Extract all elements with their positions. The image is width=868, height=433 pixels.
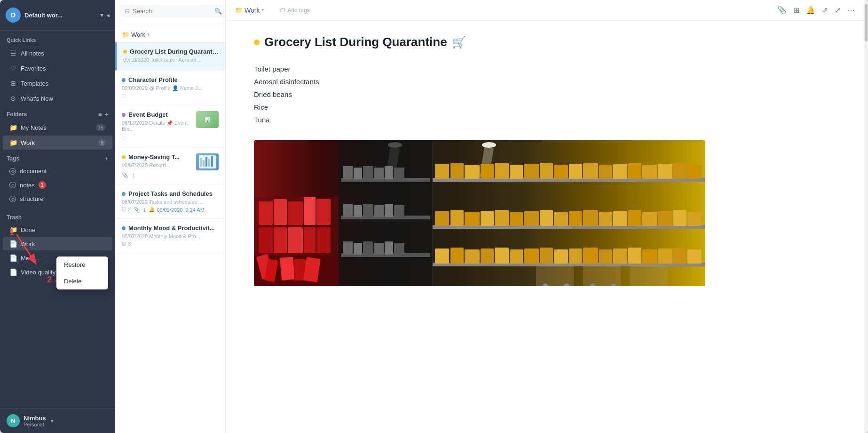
trash-done-icon: 📁 bbox=[9, 226, 17, 233]
svg-rect-88 bbox=[628, 210, 641, 226]
user-footer[interactable]: N Nimbus Personal ▾ bbox=[0, 408, 115, 433]
svg-rect-96 bbox=[481, 249, 494, 264]
svg-rect-7 bbox=[205, 157, 207, 167]
workspace-dropdown-icon[interactable]: ▾ bbox=[100, 11, 103, 19]
main-folder-icon: 📁 bbox=[235, 7, 243, 14]
svg-rect-81 bbox=[524, 211, 539, 226]
note-item-money-saving[interactable]: Money-Saving T... 08/07/2020 Record... bbox=[115, 148, 225, 184]
note-title-text: Grocery List During Quarantine bbox=[264, 35, 447, 49]
svg-rect-61 bbox=[495, 163, 509, 179]
search-icon[interactable]: 🔍 bbox=[214, 8, 222, 15]
svg-rect-17 bbox=[274, 199, 287, 225]
svg-rect-80 bbox=[510, 212, 523, 226]
note-reminder-project: 🔔 09/02/2020, 9:24 AM bbox=[149, 207, 205, 213]
svg-rect-112 bbox=[583, 265, 621, 286]
search-input[interactable] bbox=[133, 8, 212, 15]
attachment-action-icon[interactable]: 📎 bbox=[777, 6, 787, 15]
svg-rect-50 bbox=[363, 241, 373, 255]
sidebar-item-templates[interactable]: ⊞ Templates bbox=[3, 76, 112, 90]
svg-rect-109 bbox=[673, 248, 687, 264]
svg-rect-84 bbox=[569, 211, 582, 226]
tag-structure-icon: ◇ bbox=[9, 196, 16, 202]
main-folder-name[interactable]: Work bbox=[245, 7, 260, 14]
sidebar-item-all-notes[interactable]: ☰ All notes bbox=[3, 46, 112, 60]
sidebar-header-actions: ▾ ◂ bbox=[100, 11, 110, 19]
svg-rect-25 bbox=[316, 227, 331, 253]
sidebar-item-work[interactable]: 📁 Work 6 bbox=[3, 136, 112, 150]
svg-rect-18 bbox=[288, 201, 303, 225]
tag-item-structure[interactable]: ◇ structure bbox=[3, 192, 112, 205]
svg-rect-66 bbox=[569, 164, 582, 179]
svg-rect-76 bbox=[450, 210, 464, 226]
svg-rect-107 bbox=[642, 249, 657, 264]
note-title-emoji: 🛒 bbox=[452, 36, 466, 49]
grid-action-icon[interactable]: ⊞ bbox=[793, 6, 799, 15]
tag-item-notes[interactable]: ◇ notes 1 bbox=[3, 178, 112, 192]
note-thumb-event: 📊 bbox=[196, 111, 219, 128]
svg-rect-40 bbox=[385, 166, 393, 179]
trash-video-label: Video quality bbox=[21, 269, 55, 276]
svg-rect-102 bbox=[569, 249, 582, 264]
trash-done-label: Done bbox=[21, 226, 35, 233]
user-dropdown-icon[interactable]: ▾ bbox=[51, 418, 54, 424]
my-notes-count: 16 bbox=[95, 124, 106, 131]
fullscreen-action-icon[interactable]: ⤢ bbox=[835, 6, 841, 15]
note-item-grocery-list[interactable]: Grocery List During Quaranti... 09/10/20… bbox=[115, 42, 225, 71]
sidebar-item-whats-new[interactable]: ⊙ What's New bbox=[3, 91, 112, 105]
svg-rect-104 bbox=[599, 249, 612, 264]
attachment-icon-money: 📎 bbox=[122, 172, 128, 178]
main-toolbar-actions: 📎 ⊞ 🔔 ⇗ ⤢ ⋯ bbox=[777, 6, 855, 15]
tags-add-icon[interactable]: + bbox=[105, 155, 109, 162]
share-action-icon[interactable]: ⇗ bbox=[822, 6, 828, 15]
svg-rect-106 bbox=[628, 248, 641, 264]
note-thumb-money bbox=[196, 153, 219, 170]
note-item-project-tasks[interactable]: Project Tasks and Schedules 08/07/2020 T… bbox=[115, 184, 225, 219]
trash-item-work[interactable]: 📄 Work bbox=[3, 237, 112, 250]
main-content: 📁 Work ▾ 🏷 Add tags 📎 ⊞ 🔔 ⇗ ⤢ ⋯ Grocery bbox=[226, 0, 864, 433]
quick-links-label: Quick Links bbox=[0, 31, 115, 46]
filter-icon[interactable]: ⊟ bbox=[125, 8, 130, 15]
trash-work-icon: 📄 bbox=[9, 240, 17, 248]
work-folder-label: Work bbox=[21, 139, 95, 146]
main-folder-chevron[interactable]: ▾ bbox=[261, 7, 264, 13]
more-action-icon[interactable]: ⋯ bbox=[847, 6, 855, 15]
note-list-panel: ⊟ 🔍 + 📁 Work ▾ Grocery List During Quara… bbox=[115, 0, 226, 433]
context-menu-restore[interactable]: Restore bbox=[56, 257, 108, 273]
add-tags-button[interactable]: Add tags bbox=[287, 7, 309, 14]
tag-item-document[interactable]: ◇ document bbox=[3, 165, 112, 177]
folders-sort-icon[interactable]: ≡ bbox=[98, 111, 102, 118]
main-folder-path: 📁 Work ▾ 🏷 Add tags bbox=[235, 7, 773, 14]
svg-rect-43 bbox=[354, 205, 362, 217]
note-item-event-budget[interactable]: Event Budget 08/13/2020 Details 📌 Event … bbox=[115, 105, 225, 148]
svg-rect-103 bbox=[583, 248, 598, 264]
svg-rect-6 bbox=[203, 160, 205, 167]
svg-rect-22 bbox=[274, 227, 287, 253]
workspace-name[interactable]: Default wor... bbox=[24, 12, 96, 19]
context-menu-delete[interactable]: Delete bbox=[56, 273, 108, 289]
svg-rect-97 bbox=[495, 248, 509, 264]
heart-icon-character: ♡ bbox=[122, 93, 126, 99]
trash-item-done[interactable]: 📁 Done bbox=[3, 223, 112, 236]
bell-action-icon[interactable]: 🔔 bbox=[806, 6, 815, 15]
note-list-folder-name[interactable]: Work bbox=[131, 31, 145, 38]
note-item-character-profile[interactable]: Character Profile 09/09/2020 @ Profile 👤… bbox=[115, 71, 225, 105]
note-title-dot bbox=[254, 40, 260, 45]
svg-rect-51 bbox=[374, 243, 384, 255]
sidebar-collapse-icon[interactable]: ◂ bbox=[106, 11, 110, 19]
sidebar: D Default wor... ▾ ◂ Quick Links ☰ All n… bbox=[0, 0, 115, 433]
tag-notes-icon: ◇ bbox=[9, 182, 16, 188]
note-item-monthly-mood[interactable]: Monthly Mood & Productivit... 08/07/2020… bbox=[115, 219, 225, 253]
sidebar-item-favorites[interactable]: ♡ Favorites bbox=[3, 61, 112, 75]
main-toolbar: 📁 Work ▾ 🏷 Add tags 📎 ⊞ 🔔 ⇗ ⤢ ⋯ bbox=[226, 0, 864, 21]
right-scrollbar[interactable] bbox=[864, 0, 868, 433]
svg-rect-45 bbox=[374, 205, 384, 217]
note-dot-project bbox=[122, 192, 126, 196]
attachment-icon-project: 📎 bbox=[134, 207, 140, 213]
sidebar-item-my-notes[interactable]: 📁 My Notes 16 bbox=[3, 120, 112, 135]
grocery-list-content: Toilet paper Aerosol disinfectants Dried… bbox=[254, 63, 836, 126]
grocery-item-2: Aerosol disinfectants bbox=[254, 75, 836, 88]
svg-rect-41 bbox=[394, 168, 404, 179]
tag-notes-label: notes bbox=[20, 182, 35, 189]
folders-add-icon[interactable]: + bbox=[105, 111, 109, 118]
note-title-event: Event Budget bbox=[128, 111, 192, 118]
